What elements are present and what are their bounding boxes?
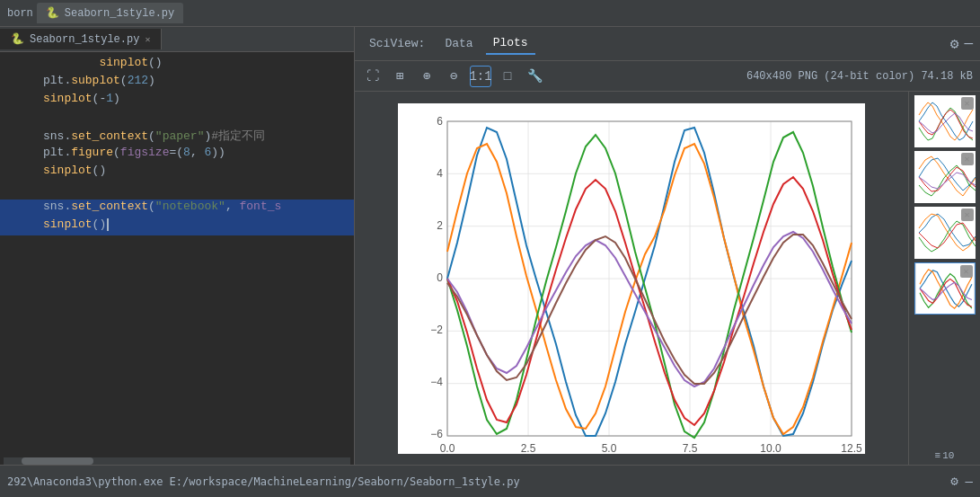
code-line-highlighted: sns.set_context("notebook", font_s (0, 200, 354, 217)
code-content: plt.subplot(212) (40, 74, 354, 87)
status-minimize-icon[interactable]: — (966, 475, 973, 489)
file-icon: 🐍 (46, 6, 59, 20)
zoom-in-button[interactable]: ⊕ (416, 66, 437, 87)
code-content: sinplot() (40, 217, 354, 231)
thumbnail-close-button[interactable]: ✕ (961, 209, 974, 221)
image-info: 640x480 PNG (24-bit color) 74.18 kB (746, 70, 973, 83)
code-content: plt.figure(figsize=(8, 6)) (40, 146, 354, 159)
fullscreen-button[interactable]: ⛶ (362, 66, 384, 87)
code-line (0, 182, 354, 200)
list-icon: ≡ (935, 450, 941, 461)
scrollbar-thumb (22, 457, 93, 465)
thumbnail-item[interactable]: ✕ (914, 95, 976, 147)
code-line: plt.figure(figsize=(8, 6)) (0, 146, 354, 164)
tab-data[interactable]: Data (437, 33, 480, 54)
thumbnail-count: ≡ 10 (935, 450, 955, 461)
thumbnail-close-button[interactable]: ✕ (961, 97, 974, 110)
thumbnail-close-button[interactable]: ✕ (961, 153, 974, 165)
code-content (40, 110, 354, 123)
svg-text:−2: −2 (430, 324, 443, 336)
code-area[interactable]: sinplot() plt.subplot(212) sinplot(-1) (0, 52, 354, 457)
editor-tab-bar: 🐍 Seaborn_1style.py ✕ (0, 27, 354, 52)
code-line (0, 110, 354, 128)
title-file-name: Seaborn_1style.py (65, 7, 174, 20)
status-icons: ⚙ — (950, 474, 973, 489)
code-line-highlighted: sinplot() (0, 217, 354, 235)
code-line: plt.subplot(212) (0, 74, 354, 92)
svg-text:6: 6 (437, 115, 443, 128)
code-content: sinplot() (40, 56, 354, 69)
status-path: 292\Anaconda3\python.exe E:/workspace/Ma… (7, 475, 520, 488)
code-line: sinplot() (0, 164, 354, 182)
main-layout: 🐍 Seaborn_1style.py ✕ sinplot() plt.subp… (0, 27, 980, 465)
svg-text:12.5: 12.5 (841, 442, 862, 454)
svg-text:2.5: 2.5 (521, 442, 536, 454)
image-toolbar: ⛶ ⊞ ⊕ ⊖ 1:1 □ 🔧 640x480 PNG (24-bit colo… (355, 61, 980, 92)
color-picker-button[interactable]: 🔧 (524, 66, 545, 87)
svg-text:5.0: 5.0 (602, 442, 617, 454)
code-content: sinplot(-1) (40, 92, 354, 105)
thumbnail-item[interactable]: ✕ (914, 207, 976, 259)
code-content (40, 182, 354, 195)
thumbnail-count-number: 10 (942, 450, 954, 461)
actual-size-button[interactable]: 1:1 (470, 66, 491, 87)
editor-tab[interactable]: 🐍 Seaborn_1style.py ✕ (0, 29, 162, 49)
code-content: sns.set_context("paper")#指定不同 (40, 128, 354, 144)
thumbnail-close-button[interactable]: ✕ (960, 265, 973, 278)
grid-button[interactable]: ⊞ (389, 66, 411, 87)
editor-tab-close[interactable]: ✕ (145, 34, 150, 45)
sciview-minimize-icon[interactable]: — (964, 36, 973, 52)
sciview-toolbar: SciView: Data Plots ⚙ — (355, 27, 980, 61)
code-line: sinplot() (0, 56, 354, 74)
zoom-out-button[interactable]: ⊖ (443, 66, 464, 87)
sciview-label: SciView: (362, 33, 432, 54)
plot-container: 6 4 2 0 −2 −4 −6 0.0 2.5 5.0 (398, 103, 865, 454)
code-editor: 🐍 Seaborn_1style.py ✕ sinplot() plt.subp… (0, 27, 355, 465)
svg-text:−6: −6 (430, 428, 443, 440)
editor-file-icon: 🐍 (11, 32, 24, 46)
plot-area: 6 4 2 0 −2 −4 −6 0.0 2.5 5.0 (355, 92, 908, 465)
svg-text:7.5: 7.5 (683, 442, 698, 454)
svg-text:2: 2 (437, 219, 443, 232)
thumbnails-sidebar: ✕ ✕ (908, 92, 980, 465)
sciview-content: 6 4 2 0 −2 −4 −6 0.0 2.5 5.0 (355, 92, 980, 465)
tab-plots[interactable]: Plots (486, 32, 535, 55)
code-content: sns.set_context("notebook", font_s (40, 200, 354, 213)
svg-text:0: 0 (437, 271, 443, 284)
title-file-tab[interactable]: 🐍 Seaborn_1style.py (37, 3, 183, 23)
thumbnail-item-active[interactable]: ✕ (914, 262, 976, 315)
code-content: sinplot() (40, 164, 354, 177)
sciview-panel: SciView: Data Plots ⚙ — ⛶ ⊞ ⊕ ⊖ 1:1 □ 🔧 … (355, 27, 980, 465)
horizontal-scrollbar[interactable] (4, 457, 350, 465)
sciview-settings-icon[interactable]: ⚙ (950, 35, 959, 53)
plot-svg: 6 4 2 0 −2 −4 −6 0.0 2.5 5.0 (398, 103, 865, 454)
thumbnail-item[interactable]: ✕ (914, 151, 976, 203)
editor-file-name: Seaborn_1style.py (30, 33, 139, 46)
fit-button[interactable]: □ (497, 66, 518, 87)
svg-text:4: 4 (437, 167, 443, 180)
status-bar: 292\Anaconda3\python.exe E:/workspace/Ma… (0, 465, 980, 497)
title-bar: born 🐍 Seaborn_1style.py (0, 0, 980, 27)
app-label: born (7, 7, 33, 20)
svg-text:10.0: 10.0 (760, 442, 781, 454)
code-line: sinplot(-1) (0, 92, 354, 110)
svg-text:0.0: 0.0 (440, 442, 455, 454)
status-settings-icon[interactable]: ⚙ (950, 474, 958, 489)
code-line: sns.set_context("paper")#指定不同 (0, 128, 354, 146)
svg-text:−4: −4 (430, 376, 443, 388)
